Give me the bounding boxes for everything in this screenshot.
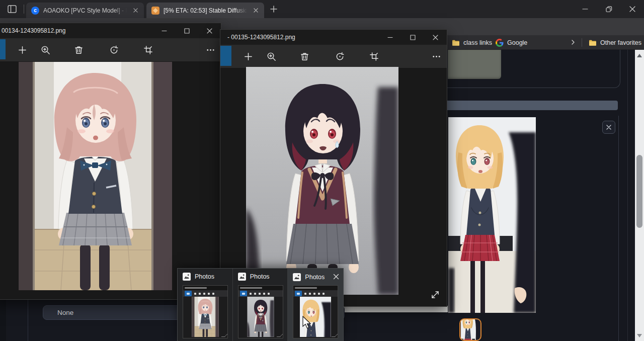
preview-app-label: Photos bbox=[250, 273, 270, 280]
rotate-button[interactable] bbox=[330, 46, 350, 66]
mini-photo-00134 bbox=[183, 297, 227, 338]
page-panel-border bbox=[28, 296, 28, 341]
mini-toolbar bbox=[183, 290, 227, 297]
preview-mini-window[interactable] bbox=[238, 285, 283, 338]
tab-close-icon[interactable] bbox=[131, 6, 140, 15]
zoom-button[interactable] bbox=[261, 46, 281, 66]
preview-app-label: Photos bbox=[195, 273, 214, 280]
mini-accent-button bbox=[240, 291, 247, 296]
tab-civitai[interactable]: c AOAOKO [PVC Style Model] - PV bbox=[26, 3, 144, 18]
favorite-folder-class-links[interactable]: class links bbox=[452, 35, 492, 50]
window-restore-button[interactable] bbox=[597, 0, 620, 18]
mini-titlebar bbox=[293, 286, 338, 290]
photos-close-button[interactable] bbox=[198, 23, 220, 38]
favorites-overflow-chevron-icon[interactable] bbox=[570, 39, 577, 48]
mini-titlebar bbox=[183, 286, 227, 290]
preview-close-icon[interactable] bbox=[333, 273, 339, 282]
mini-toolbar bbox=[238, 290, 283, 297]
tab-stable-diffusion[interactable]: [5% ETA: 02:53] Stable Diffusion bbox=[146, 3, 264, 18]
photos-app-icon bbox=[183, 273, 191, 281]
more-options-button[interactable] bbox=[426, 46, 446, 66]
photos-app-icon bbox=[238, 273, 246, 281]
scrollbar-up-arrow-icon[interactable] bbox=[637, 54, 642, 57]
tab-actions-menu-icon[interactable] bbox=[7, 4, 18, 17]
gallery-thumbnail-selected[interactable] bbox=[459, 318, 481, 341]
favorite-label: Google bbox=[507, 39, 527, 46]
scroll-gutter-border bbox=[627, 50, 628, 341]
generated-image[interactable] bbox=[448, 117, 536, 313]
taskbar-preview-card-2[interactable]: Photos bbox=[233, 269, 288, 341]
page-scrollbar[interactable] bbox=[635, 50, 644, 341]
add-to-album-button[interactable] bbox=[238, 46, 258, 66]
photos-window-1: 00134-1243095812.png bbox=[0, 23, 221, 300]
scrollbar-down-arrow-icon[interactable] bbox=[637, 334, 642, 337]
tab-divider bbox=[24, 5, 24, 14]
window-minimize-button[interactable] bbox=[574, 0, 597, 18]
crop-button[interactable] bbox=[138, 40, 158, 60]
photos-window-title: - 00135-1243095812.png bbox=[220, 34, 295, 41]
window-close-button[interactable] bbox=[621, 0, 644, 18]
photo-image-00135 bbox=[246, 67, 398, 295]
photos-window-1-titlebar: 00134-1243095812.png bbox=[0, 23, 221, 38]
scrollbar-thumb[interactable] bbox=[636, 155, 642, 228]
favorite-label: class links bbox=[463, 39, 492, 46]
photos-maximize-button[interactable] bbox=[401, 30, 424, 45]
add-to-album-button[interactable] bbox=[12, 40, 32, 60]
taskbar-preview-flyout: Photos Photos bbox=[177, 268, 344, 341]
mouse-cursor bbox=[302, 316, 312, 332]
photos-minimize-button[interactable] bbox=[153, 23, 175, 38]
favbar-divider bbox=[582, 38, 582, 47]
photos-window-1-toolbar bbox=[0, 38, 221, 61]
photos-accent-strip bbox=[220, 46, 231, 66]
stable-diffusion-icon bbox=[151, 7, 159, 15]
mini-accent-button bbox=[295, 291, 302, 296]
favorite-google[interactable]: Google bbox=[496, 35, 527, 50]
browser-tab-bar: c AOAOKO [PVC Style Model] - PV [5% ETA:… bbox=[0, 0, 644, 18]
tab-label: AOAOKO [PVC Style Model] - PV bbox=[43, 7, 127, 14]
mini-toolbar bbox=[293, 290, 338, 297]
photo-image-00134 bbox=[19, 62, 172, 290]
desktop: c AOAOKO [PVC Style Model] - PV [5% ETA:… bbox=[0, 0, 644, 341]
favorite-label: Other favorites bbox=[600, 39, 641, 46]
photos-app-icon bbox=[293, 273, 301, 281]
gallery-right-border bbox=[618, 116, 619, 341]
photos-accent-strip bbox=[0, 39, 6, 59]
taskbar-preview-card-1[interactable]: Photos bbox=[178, 269, 233, 341]
tab-close-icon[interactable] bbox=[251, 6, 260, 15]
preview-mini-window[interactable] bbox=[183, 285, 228, 338]
mini-photo-blonde bbox=[293, 297, 338, 338]
new-tab-button[interactable] bbox=[269, 4, 279, 16]
photos-window-2-titlebar: - 00135-1243095812.png bbox=[220, 30, 447, 45]
more-options-button[interactable] bbox=[200, 40, 220, 60]
taskbar-preview-card-3[interactable]: Photos bbox=[288, 269, 343, 341]
delete-button[interactable] bbox=[68, 40, 89, 60]
rotate-button[interactable] bbox=[104, 40, 124, 60]
photos-minimize-button[interactable] bbox=[379, 30, 401, 45]
preview-mini-window[interactable] bbox=[293, 285, 338, 338]
tab-label: [5% ETA: 02:53] Stable Diffusion bbox=[164, 7, 247, 14]
close-image-button[interactable] bbox=[602, 121, 615, 134]
photos-window-2-toolbar bbox=[220, 45, 447, 68]
favorite-folder-other[interactable]: Other favorites bbox=[589, 35, 641, 50]
photos-maximize-button[interactable] bbox=[176, 23, 198, 38]
civitai-icon: c bbox=[31, 7, 39, 15]
script-dropdown-value: None bbox=[57, 309, 73, 316]
zoom-button[interactable] bbox=[35, 40, 55, 60]
photos-window-title: 00134-1243095812.png bbox=[0, 27, 65, 34]
mini-titlebar bbox=[238, 286, 283, 290]
delete-button[interactable] bbox=[294, 46, 314, 66]
preview-app-label: Photos bbox=[305, 274, 325, 281]
fullscreen-expand-icon[interactable] bbox=[430, 289, 441, 302]
photos-close-button[interactable] bbox=[424, 30, 446, 45]
photos-window-2: - 00135-1243095812.png bbox=[220, 29, 447, 307]
crop-button[interactable] bbox=[364, 46, 384, 66]
mini-photo-00135 bbox=[238, 297, 283, 338]
mini-accent-button bbox=[185, 291, 192, 296]
